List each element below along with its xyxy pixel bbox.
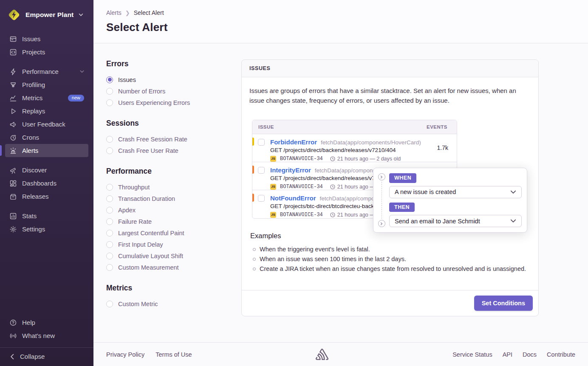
clock-icon [330,184,335,189]
option-label: Cumulative Layout Shift [118,253,183,259]
javascript-platform-icon: JS [270,184,276,190]
breadcrumb-alerts-link[interactable]: Alerts [106,9,122,16]
sidebar-item-label: What's new [22,332,55,339]
issue-link[interactable]: IntegrityError [270,166,311,174]
sidebar-item-dashboards[interactable]: Dashboards [5,177,88,190]
breadcrumb-current: Select Alert [134,9,164,16]
then-action-select[interactable]: Send an email to Jane Schmidt [389,215,522,227]
radio-icon[interactable] [106,301,113,307]
radio-option-failure-rate[interactable]: Failure Rate [106,216,241,227]
row-checkbox[interactable] [258,167,265,174]
sidebar-item-label: Releases [22,193,49,200]
chevron-right-icon: ❯ [125,10,130,16]
option-label: Throughput [118,184,150,191]
radio-option-transaction-duration[interactable]: Transaction Duration [106,193,241,204]
radio-icon[interactable] [106,184,113,191]
privacy-policy-link[interactable]: Privacy Policy [106,351,144,358]
alert-type-options: Errors Issues Number of Errors Users Exp… [106,59,241,342]
radio-option-throughput[interactable]: Throughput [106,181,241,193]
events-count: 1.7k [437,144,448,151]
contribute-link[interactable]: Contribute [547,351,575,358]
docs-link[interactable]: Docs [523,351,537,358]
sidebar-item-label: User Feedback [22,121,65,128]
events-column-header: EVENTS [427,124,447,130]
radio-option-custom-measurement[interactable]: Custom Measurement [106,262,241,273]
radio-icon[interactable] [106,136,113,143]
circle-arrow-icon [378,220,385,227]
replays-icon [9,107,17,115]
sidebar-item-replays[interactable]: Replays [5,104,88,118]
option-label: Custom Measurement [118,264,179,271]
sidebar-item-help[interactable]: Help [5,316,88,329]
api-link[interactable]: API [503,351,512,358]
option-label: First Input Delay [118,241,163,248]
chevron-left-icon [10,354,14,360]
radio-option-crash-free-user-rate[interactable]: Crash Free User Rate [106,145,241,156]
examples-section: Examples When the triggering event's lev… [250,232,531,274]
issue-culprit: fetchData(app/components/HoverCard) [321,139,421,146]
sidebar-item-issues[interactable]: Issues [5,32,88,45]
sidebar-item-performance[interactable]: Performance [5,65,88,78]
javascript-platform-icon: JS [270,212,276,218]
sidebar-item-projects[interactable]: Projects [5,45,88,59]
row-checkbox[interactable] [258,139,265,146]
sidebar-item-releases[interactable]: Releases [5,190,88,203]
radio-option-first-input-delay[interactable]: First Input Delay [106,239,241,250]
page-footer: Privacy Policy Terms of Use Service Stat… [93,342,588,366]
radio-icon[interactable] [106,76,113,83]
radio-icon[interactable] [106,230,113,236]
radio-icon[interactable] [106,241,113,248]
sidebar-item-discover[interactable]: Discover [5,163,88,177]
panel-footer: Set Conditions [242,290,538,316]
sidebar-collapse-button[interactable]: Collapse [0,347,93,366]
panel-header: ISSUES [242,60,538,77]
sidebar-item-user-feedback[interactable]: User Feedback [5,118,88,131]
sidebar-item-metrics[interactable]: Metrics new [5,91,88,104]
row-checkbox[interactable] [258,195,265,202]
table-row: ForbiddenError fetchData(app/components/… [252,134,457,162]
radio-icon[interactable] [106,99,113,106]
then-action-value: Send an email to Jane Schmidt [395,218,480,225]
radio-icon[interactable] [106,253,113,259]
help-icon [9,319,17,327]
radio-icon[interactable] [106,147,113,154]
issues-icon [9,35,17,43]
radio-icon[interactable] [106,195,113,202]
sidebar-item-whats-new[interactable]: What's new [5,329,88,342]
set-conditions-button[interactable]: Set Conditions [474,296,533,311]
radio-option-users-experiencing-errors[interactable]: Users Experiencing Errors [106,97,241,108]
radio-icon[interactable] [106,207,113,214]
sidebar-item-profiling[interactable]: Profiling [5,78,88,91]
sidebar-footer: Help What's new Collapse [0,316,93,366]
radio-option-number-of-errors[interactable]: Number of Errors [106,85,241,97]
org-logo-icon [7,8,21,22]
rule-rail [377,173,386,227]
sidebar-item-crons[interactable]: Crons [5,131,88,144]
org-switcher[interactable]: Empower Plant [0,0,93,32]
radio-option-crash-free-session-rate[interactable]: Crash Free Session Rate [106,133,241,145]
radio-option-cumulative-layout-shift[interactable]: Cumulative Layout Shift [106,250,241,262]
terms-of-use-link[interactable]: Terms of Use [155,351,192,358]
radio-option-custom-metric[interactable]: Custom Metric [106,298,241,310]
option-label: Number of Errors [118,88,165,95]
sidebar-item-alerts[interactable]: Alerts [5,144,88,157]
radio-icon[interactable] [106,218,113,225]
radio-icon[interactable] [106,264,113,271]
radio-icon[interactable] [106,88,113,95]
then-badge: THEN [389,203,415,212]
sidebar-item-settings[interactable]: Settings [5,222,88,236]
issue-link[interactable]: ForbiddenError [270,138,317,146]
when-condition-select[interactable]: A new issue is created [389,186,522,198]
radio-option-apdex[interactable]: Apdex [106,204,241,216]
main-area: Alerts ❯ Select Alert Select Alert Error… [93,0,588,366]
bar-chart-icon [9,212,17,220]
example-item: When an issue was seen 100 times in the … [250,254,531,264]
sidebar-item-stats[interactable]: Stats [5,209,88,222]
example-item: Create a JIRA ticket when an issue chang… [250,264,531,274]
option-group-errors: Errors Issues Number of Errors Users Exp… [106,59,241,108]
service-status-link[interactable]: Service Status [452,351,492,358]
radio-option-largest-contentful-paint[interactable]: Largest Contentful Paint [106,227,241,239]
radio-option-issues[interactable]: Issues [106,74,241,85]
option-label: Users Experiencing Errors [118,99,190,106]
issue-link[interactable]: NotFoundError [270,194,316,202]
